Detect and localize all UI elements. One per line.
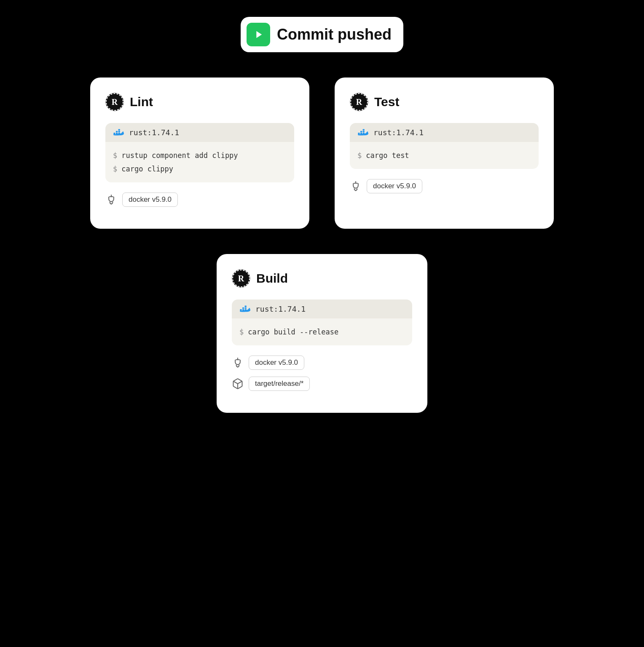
build-image-name: rust:1.74.1 bbox=[255, 305, 306, 313]
svg-rect-8 bbox=[118, 129, 120, 131]
build-card: R Build rust:1.74.1 bbox=[217, 254, 427, 413]
rust-icon-build: R bbox=[232, 269, 250, 288]
svg-rect-16 bbox=[360, 131, 362, 132]
test-command-1: $ cargo test bbox=[357, 149, 531, 162]
svg-rect-28 bbox=[245, 305, 247, 307]
test-image-header: rust:1.74.1 bbox=[350, 123, 539, 142]
lint-commands: $ rustup component add clippy $ cargo cl… bbox=[105, 142, 294, 182]
lint-image-block: rust:1.74.1 $ rustup component add clipp… bbox=[105, 123, 294, 182]
top-cards-row: R Lint rust:1.74.1 bbox=[90, 78, 554, 229]
artifact-icon-build bbox=[232, 378, 244, 390]
trigger-badge: Commit pushed bbox=[241, 17, 403, 52]
lint-card: R Lint rust:1.74.1 bbox=[90, 78, 309, 229]
build-artifact-badge: target/release/* bbox=[249, 377, 310, 391]
test-commands: $ cargo test bbox=[350, 142, 539, 169]
bottom-card-wrapper: R Build rust:1.74.1 bbox=[0, 254, 644, 413]
test-card-header: R Test bbox=[350, 93, 539, 111]
svg-rect-17 bbox=[363, 131, 365, 132]
build-image-block: rust:1.74.1 $ cargo build --release bbox=[232, 299, 412, 345]
docker-icon-lint bbox=[113, 128, 125, 137]
build-commands: $ cargo build --release bbox=[232, 318, 412, 345]
lint-card-title: Lint bbox=[130, 95, 153, 109]
plugin-icon-test bbox=[350, 180, 362, 192]
rust-icon-test: R bbox=[350, 93, 368, 111]
lint-image-name: rust:1.74.1 bbox=[129, 128, 179, 137]
lint-command-1: $ rustup component add clippy bbox=[113, 149, 287, 162]
build-artifact-row: target/release/* bbox=[232, 377, 412, 391]
test-card: R Test rust:1.74.1 bbox=[335, 78, 554, 229]
svg-text:R: R bbox=[238, 274, 244, 283]
svg-rect-27 bbox=[245, 307, 247, 309]
build-image-header: rust:1.74.1 bbox=[232, 299, 412, 318]
svg-rect-6 bbox=[116, 131, 118, 132]
test-card-title: Test bbox=[374, 95, 399, 109]
svg-point-9 bbox=[122, 131, 123, 133]
build-card-header: R Build bbox=[232, 269, 412, 288]
lint-service-row: docker v5.9.0 bbox=[105, 192, 294, 207]
lint-service-badge: docker v5.9.0 bbox=[122, 192, 178, 207]
test-image-block: rust:1.74.1 $ cargo test bbox=[350, 123, 539, 169]
svg-point-19 bbox=[367, 131, 368, 133]
build-service-badge: docker v5.9.0 bbox=[249, 356, 304, 370]
test-service-row: docker v5.9.0 bbox=[350, 179, 539, 193]
build-card-title: Build bbox=[256, 271, 288, 286]
build-command-1: $ cargo build --release bbox=[239, 325, 405, 339]
docker-icon-test bbox=[357, 128, 369, 137]
lint-command-2: $ cargo clippy bbox=[113, 162, 287, 176]
lint-card-header: R Lint bbox=[105, 93, 294, 111]
plugin-icon-build bbox=[232, 357, 244, 369]
rust-icon-lint: R bbox=[105, 93, 124, 111]
svg-rect-18 bbox=[363, 129, 365, 131]
build-service-row: docker v5.9.0 bbox=[232, 356, 412, 370]
svg-point-29 bbox=[249, 308, 250, 309]
docker-icon-build bbox=[239, 305, 251, 313]
svg-rect-26 bbox=[242, 307, 244, 309]
lint-image-header: rust:1.74.1 bbox=[105, 123, 294, 142]
trigger-label: Commit pushed bbox=[277, 26, 392, 43]
test-service-badge: docker v5.9.0 bbox=[367, 179, 422, 193]
trigger-icon bbox=[247, 23, 270, 46]
play-icon bbox=[252, 29, 264, 40]
svg-rect-7 bbox=[118, 131, 120, 132]
test-image-name: rust:1.74.1 bbox=[373, 128, 424, 137]
svg-text:R: R bbox=[356, 97, 362, 107]
plugin-icon-lint bbox=[105, 194, 117, 206]
svg-text:R: R bbox=[112, 97, 118, 107]
